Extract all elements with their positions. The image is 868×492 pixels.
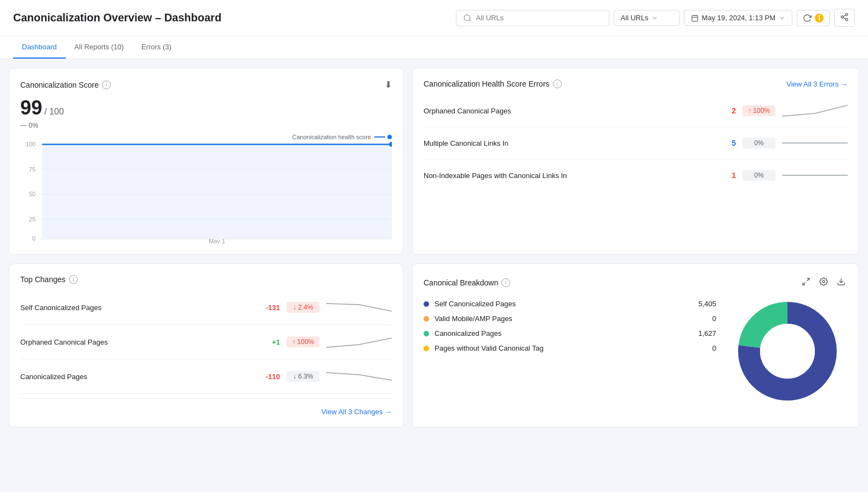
score-chart-container: Canonicalization health score 100 75 50 … [20,134,392,243]
legend-item-self: Self Canonicalized Pages 5,405 [424,296,716,311]
refresh-badge: 1 [815,14,824,22]
score-chart: 100 75 50 25 0 [20,139,392,243]
errors-info-icon[interactable]: i [553,79,562,88]
url-dropdown[interactable]: All URLs [614,10,679,26]
svg-point-25 [823,281,825,283]
date-dropdown[interactable]: May 19, 2024, 1:13 PM [684,10,792,26]
legend-label-self: Self Canonicalized Pages [435,300,693,308]
share-button[interactable] [834,9,855,27]
svg-text:25: 25 [29,216,36,222]
tab-errors[interactable]: Errors (3) [133,36,180,59]
top-changes-header: Top Changes i [20,275,392,284]
error-label-multiple: Multiple Canonical Links In [424,139,713,147]
legend-label: Canonicalization health score [292,134,371,140]
download-button[interactable] [835,275,848,290]
legend-value-canon: 1,627 [698,329,716,337]
legend-item-mobile: Valid Mobile/AMP Pages 0 [424,311,716,326]
legend-color-mobile [424,316,429,322]
svg-point-7 [846,19,848,21]
changes-row-self: Self Canonicalized Pages -131 ↓ 2.4% [20,290,392,325]
top-changes-title: Top Changes i [20,275,78,284]
changes-row-orphaned: Orphaned Canonical Pages +1 ↑ 100% [20,325,392,359]
breakdown-info-icon[interactable]: i [501,278,510,287]
tab-all-reports[interactable]: All Reports (10) [66,36,133,59]
top-changes-info-icon[interactable]: i [69,275,78,284]
gear-icon [819,277,828,286]
errors-card: Canonicalization Health Score Errors i V… [412,68,859,255]
svg-point-5 [846,13,848,15]
breakdown-content: Self Canonicalized Pages 5,405 Valid Mob… [424,296,848,406]
changes-delta-self: -131 [253,304,280,312]
search-icon [463,14,472,22]
changes-badge-self: ↓ 2.4% [287,302,319,313]
changes-delta-orphaned: +1 [253,338,280,346]
top-changes-card: Top Changes i Self Canonicalized Pages -… [9,264,403,427]
legend-label-mobile: Valid Mobile/AMP Pages [435,314,707,323]
svg-line-23 [807,278,809,281]
donut-chart [733,296,842,406]
legend-label-canon: Canonicalized Pages [435,329,693,337]
legend-value-mobile: 0 [712,314,716,323]
score-change: — 0% [20,122,392,129]
score-download-button[interactable]: ⬇ [385,79,392,90]
breakdown-legend: Self Canonicalized Pages 5,405 Valid Mob… [424,296,716,356]
svg-rect-1 [692,15,698,21]
error-count-multiple: 5 [719,139,736,147]
settings-button[interactable] [817,275,830,290]
svg-marker-20 [42,145,392,239]
mini-chart-nonindexable [782,167,848,184]
view-all-changes-link[interactable]: View All 3 Changes → [322,408,392,416]
refresh-button[interactable]: 1 [797,10,830,26]
svg-point-0 [464,15,470,21]
chart-legend: Canonicalization health score [292,134,392,140]
error-count-orphaned: 2 [719,106,736,115]
breakdown-card: Canonical Breakdown i [412,264,859,427]
score-info-icon[interactable]: i [102,81,111,89]
changes-label-self: Self Canonicalized Pages [20,304,246,312]
chevron-down-icon [652,15,658,21]
svg-line-8 [843,18,846,19]
change-badge-multiple: 0% [743,138,775,148]
view-all-changes-row: View All 3 Changes → [20,398,392,416]
refresh-icon [803,14,812,22]
tab-dashboard[interactable]: Dashboard [13,36,66,59]
error-count-nonindexable: 1 [719,171,736,180]
header-controls: All URLs May 19, 2024, 1:13 PM 1 [456,9,855,27]
legend-item-notag: Pages without Valid Canonical Tag 0 [424,341,716,356]
search-box[interactable] [456,10,609,26]
legend-dot [387,135,392,139]
changes-mini-chart-canon [326,368,392,385]
breakdown-tools [800,275,848,290]
download-icon [837,277,846,286]
errors-card-header: Canonicalization Health Score Errors i V… [424,79,848,88]
bottom-row: Top Changes i Self Canonicalized Pages -… [9,264,859,427]
view-all-errors-link[interactable]: View All 3 Errors → [786,80,848,88]
errors-card-title: Canonicalization Health Score Errors i [424,79,562,88]
mini-chart-multiple [782,135,848,151]
change-badge-orphaned: ↑ 100% [743,105,775,116]
legend-item-canon: Canonicalized Pages 1,627 [424,326,716,341]
donut-chart-container [727,296,848,406]
calendar-icon [691,14,699,22]
changes-mini-chart-self [326,299,392,316]
svg-point-6 [841,16,843,18]
changes-label-canon: Canonicalized Pages [20,373,246,381]
search-input[interactable] [476,14,602,22]
error-label-nonindexable: Non-Indexable Pages with Canonical Links… [424,171,713,180]
changes-row-canon: Canonicalized Pages -110 ↓ 6.3% [20,359,392,394]
error-row-nonindexable: Non-Indexable Pages with Canonical Links… [424,159,848,191]
changes-label-orphaned: Orphaned Canonical Pages [20,338,246,346]
svg-text:May 1: May 1 [209,238,225,243]
tabs-bar: Dashboard All Reports (10) Errors (3) [0,36,868,59]
url-dropdown-label: All URLs [621,14,649,22]
page-title: Canonicalization Overview – Dashboard [13,12,221,24]
svg-line-24 [803,282,806,285]
score-card-header: Canonicalization Score i ⬇ [20,79,392,90]
change-badge-nonindexable: 0% [743,170,775,181]
main-content: Canonicalization Score i ⬇ 99 / 100 — 0%… [0,59,868,436]
error-label-orphaned: Orphaned Canonical Pages [424,107,713,115]
svg-text:0: 0 [32,235,36,242]
score-display: 99 / 100 [20,96,392,119]
expand-button[interactable] [800,275,813,290]
legend-line [374,136,385,138]
